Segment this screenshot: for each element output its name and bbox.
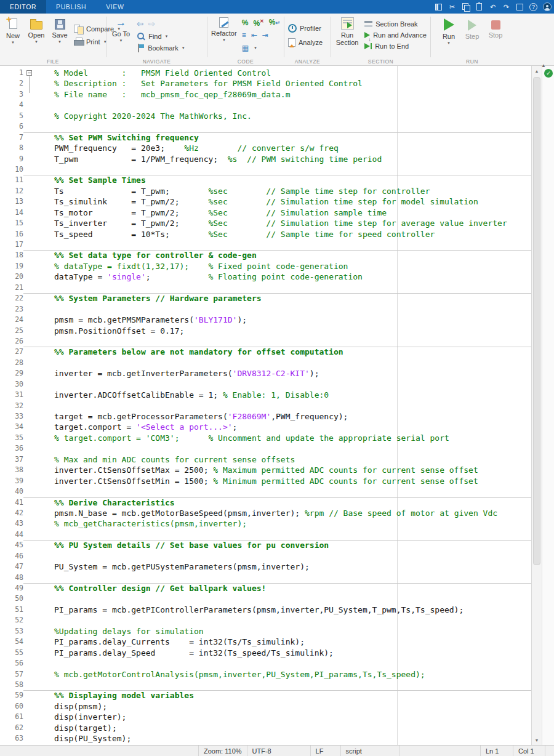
scroll-up-icon[interactable]: ▲: [532, 66, 542, 76]
code-line[interactable]: 61disp(inverter);: [0, 712, 531, 722]
code-line[interactable]: 5% Copyright 2020-2024 The MathWorks, In…: [0, 111, 531, 121]
code-line[interactable]: 24pmsm = mcb.getPMSMParameters('BLY171D'…: [0, 315, 531, 325]
code-text[interactable]: Ts = T_pwm; %sec // Sample time step for…: [23, 186, 531, 196]
code-text[interactable]: % target.comport = 'COM3'; % Uncomment a…: [23, 433, 531, 443]
line-number[interactable]: 9: [0, 154, 23, 164]
line-number[interactable]: 43: [0, 518, 23, 529]
code-text[interactable]: %% Derive Characteristics: [23, 497, 531, 508]
line-number[interactable]: 52: [0, 615, 23, 625]
code-line[interactable]: 20dataType = 'single'; % Floating point …: [0, 271, 531, 282]
code-text[interactable]: % mcb.getMotorControlAnalysis(pmsm,inver…: [23, 669, 531, 680]
code-line[interactable]: 59%% Displaying model variables: [0, 690, 531, 701]
decrease-indent-icon[interactable]: ⇤: [251, 31, 257, 39]
smart-indent-icon[interactable]: ≡: [242, 31, 246, 39]
code-line[interactable]: 63disp(PU_System);: [0, 733, 531, 744]
code-line[interactable]: 36: [0, 443, 531, 454]
code-line[interactable]: 7%% Set PWM Switching frequency: [0, 132, 531, 143]
code-line[interactable]: 26: [0, 336, 531, 347]
stop-button[interactable]: Stop: [484, 15, 507, 39]
line-number[interactable]: 5: [0, 111, 23, 121]
code-pane[interactable]: 1% Model : PMSM Field Oriented Control2%…: [0, 66, 531, 745]
code-text[interactable]: %% Displaying model variables: [23, 690, 531, 701]
line-number[interactable]: 60: [0, 701, 23, 712]
line-number[interactable]: 25: [0, 326, 23, 336]
code-line[interactable]: 3% File name : mcb_pmsm_foc_qep_f28069m_…: [0, 89, 531, 100]
profiler-button[interactable]: Profiler: [288, 24, 323, 33]
line-number[interactable]: 21: [0, 283, 23, 293]
undo-icon[interactable]: ↶: [488, 2, 497, 12]
line-number[interactable]: 16: [0, 229, 23, 239]
code-text[interactable]: [23, 573, 531, 583]
code-line[interactable]: 40: [0, 486, 531, 497]
code-text[interactable]: [23, 358, 531, 368]
code-text[interactable]: [23, 443, 531, 454]
code-analyzer-status-icon[interactable]: ✓: [544, 69, 553, 78]
code-text[interactable]: %% Controller design // Get ballpark val…: [23, 583, 531, 593]
code-text[interactable]: [23, 164, 531, 175]
code-text[interactable]: PI_params = mcb.getPIControllerParameter…: [23, 605, 531, 615]
code-text[interactable]: % Copyright 2020-2024 The MathWorks, Inc…: [23, 111, 531, 121]
paste-icon[interactable]: [475, 2, 484, 12]
line-number[interactable]: 45: [0, 540, 23, 550]
run-section-button[interactable]: Run Section: [332, 15, 362, 46]
code-line[interactable]: 58: [0, 680, 531, 690]
line-number[interactable]: 35: [0, 433, 23, 443]
code-text[interactable]: PWM_frequency = 20e3; %Hz // converter s…: [23, 143, 531, 153]
navigate-forward-icon[interactable]: ⇨: [148, 20, 155, 28]
line-number[interactable]: 48: [0, 573, 23, 583]
code-line[interactable]: 57% mcb.getMotorControlAnalysis(pmsm,inv…: [0, 669, 531, 680]
code-line[interactable]: 32: [0, 401, 531, 411]
line-number[interactable]: 6: [0, 121, 23, 132]
code-text[interactable]: %% Set data type for controller & code-g…: [23, 250, 531, 260]
section-break-button[interactable]: Section Break: [364, 20, 427, 28]
code-line[interactable]: 10: [0, 164, 531, 175]
line-number[interactable]: 27: [0, 347, 23, 357]
line-number[interactable]: 59: [0, 690, 23, 701]
code-text[interactable]: inverter.CtSensOffsetMax = 2500; % Maxim…: [23, 465, 531, 475]
line-number[interactable]: 14: [0, 207, 23, 218]
code-line[interactable]: 6: [0, 121, 531, 132]
find-button[interactable]: Find ▼: [137, 32, 185, 41]
line-number[interactable]: 26: [0, 336, 23, 347]
line-number[interactable]: 41: [0, 497, 23, 508]
line-number[interactable]: 29: [0, 368, 23, 379]
code-line[interactable]: 19% dataType = fixdt(1,32,17); % Fixed p…: [0, 261, 531, 271]
code-text[interactable]: [23, 680, 531, 690]
code-text[interactable]: PI_params.delay_Speed = int32(Ts_speed/T…: [23, 648, 531, 658]
code-line[interactable]: 1% Model : PMSM Field Oriented Control: [0, 68, 531, 78]
code-line[interactable]: 27%% Parameters below are not mandatory …: [0, 347, 531, 357]
line-number[interactable]: 23: [0, 304, 23, 315]
code-text[interactable]: [23, 551, 531, 561]
scrollbar-track[interactable]: [532, 76, 542, 735]
code-text[interactable]: [23, 593, 531, 604]
code-line[interactable]: 2% Description : Set Parameters for PMSM…: [0, 78, 531, 89]
line-number[interactable]: 54: [0, 637, 23, 647]
code-line[interactable]: 8PWM_frequency = 20e3; %Hz // converter …: [0, 143, 531, 153]
code-text[interactable]: Ts_motor = T_pwm/2; %Sec // Simulation s…: [23, 207, 531, 218]
code-line[interactable]: 42pmsm.N_base = mcb.getMotorBaseSpeed(pm…: [0, 508, 531, 518]
code-text[interactable]: PU_System = mcb.getPUSystemParameters(pm…: [23, 561, 531, 572]
code-line[interactable]: 48: [0, 573, 531, 583]
code-text[interactable]: % Max and min ADC counts for current sen…: [23, 454, 531, 465]
code-text[interactable]: %% System Parameters // Hardware paramet…: [23, 293, 531, 304]
line-number[interactable]: 36: [0, 443, 23, 454]
line-number[interactable]: 8: [0, 143, 23, 153]
uncomment-icon[interactable]: %✕: [253, 17, 263, 28]
code-text[interactable]: pmsm.PositionOffset = 0.17;: [23, 326, 531, 336]
code-text[interactable]: %Updating delays for simulation: [23, 626, 531, 637]
code-line[interactable]: 45%% PU System details // Set base value…: [0, 540, 531, 550]
line-number[interactable]: 15: [0, 218, 23, 228]
code-line[interactable]: 13Ts_simulink = T_pwm/2; %sec // Simulat…: [0, 196, 531, 207]
code-line[interactable]: 28: [0, 358, 531, 368]
code-text[interactable]: %% Set Sample Times: [23, 175, 531, 185]
code-line[interactable]: 37% Max and min ADC counts for current s…: [0, 454, 531, 465]
line-number[interactable]: 58: [0, 680, 23, 690]
code-line[interactable]: 30: [0, 379, 531, 390]
line-number[interactable]: 17: [0, 239, 23, 250]
code-text[interactable]: Ts_speed = 10*Ts; %Sec // Sample time fo…: [23, 229, 531, 239]
line-number[interactable]: 47: [0, 561, 23, 572]
code-text[interactable]: Ts_inverter = T_pwm/2; %Sec // Simulatio…: [23, 218, 531, 228]
line-number[interactable]: 31: [0, 390, 23, 400]
code-line[interactable]: 16Ts_speed = 10*Ts; %Sec // Sample time …: [0, 229, 531, 239]
code-text[interactable]: %% Set PWM Switching frequency: [23, 132, 531, 143]
